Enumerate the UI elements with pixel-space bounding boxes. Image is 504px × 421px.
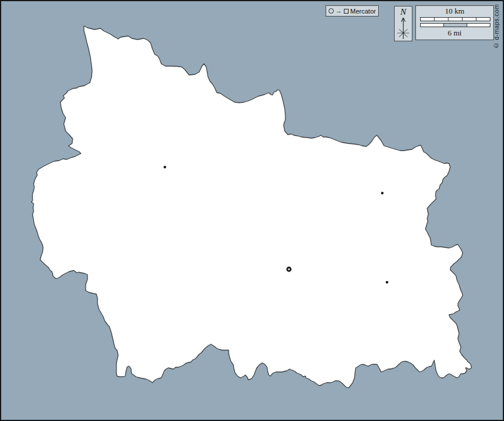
town-dot [381,192,383,194]
compass-arrow-icon [395,15,412,40]
circle-icon [329,8,334,14]
projection-label: Mercator [350,8,376,15]
projection-badge: → Mercator [326,5,379,17]
arrow-right-icon: → [336,8,342,14]
square-icon [344,9,349,14]
copyright-text: © d-maps.com [493,4,500,49]
prefecture-ring-dot [287,267,291,271]
town-dot [164,166,166,168]
map-canvas [0,0,504,421]
scale-bar-graphic [416,17,495,28]
town-dot [386,281,388,283]
scale-mi-label: 6 mi [416,28,493,38]
scale-km-label: 10 km [416,6,493,16]
scale-bar: 10 km 6 mi [415,5,494,40]
map-page: { "colors": { "background": "#95a9b8", "… [0,0,504,421]
compass-rose: N [394,6,412,41]
